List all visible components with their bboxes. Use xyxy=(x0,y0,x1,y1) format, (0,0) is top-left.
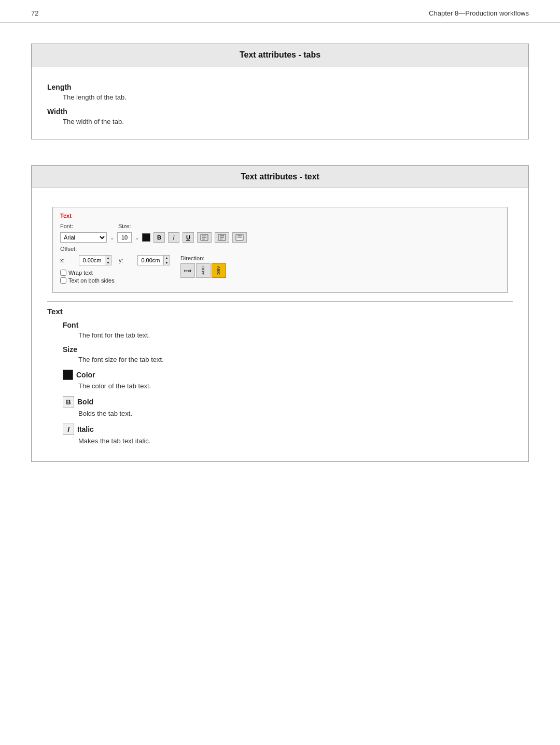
y-spinner[interactable]: ▲ ▼ xyxy=(137,255,170,265)
size-label: Size: xyxy=(118,223,134,229)
y-input[interactable] xyxy=(137,255,163,265)
color-icon xyxy=(63,370,73,380)
font-select[interactable]: Arial xyxy=(60,232,107,243)
y-label: y: xyxy=(119,257,134,263)
checkboxes: Wrap text Text on both sides xyxy=(60,270,170,284)
direction-buttons: text ABC ABC xyxy=(180,263,500,278)
sub-section-color: Color The color of the tab text. xyxy=(63,370,513,390)
sub-section-font: Font The font for the tab text. xyxy=(63,321,513,339)
y-spinner-arrows[interactable]: ▲ ▼ xyxy=(163,255,170,265)
section-tabs-title: Text attributes - tabs xyxy=(240,50,320,59)
bold-icon: B xyxy=(63,396,74,407)
font-label-text: Font xyxy=(63,321,78,329)
prop-width-desc: The width of the tab. xyxy=(63,118,513,125)
offset-xy-row: x: ▲ ▼ y: xyxy=(60,255,170,265)
bold-label-text: Bold xyxy=(77,398,93,406)
text-both-sides-checkbox[interactable] xyxy=(60,277,66,284)
x-spinner-arrows[interactable]: ▲ ▼ xyxy=(105,255,111,265)
ui-panel: Text Font: Size: Arial ⌄ ⌄ B I xyxy=(52,207,508,293)
dir-btn-vertical-right[interactable]: ABC xyxy=(212,263,226,278)
font-sub-title: Font xyxy=(63,321,513,329)
spacing-btn-1[interactable] xyxy=(197,232,212,243)
divider xyxy=(47,301,513,302)
x-spinner[interactable]: ▲ ▼ xyxy=(79,255,111,265)
text-both-sides-label: Text on both sides xyxy=(68,277,115,284)
section-text-body: Text Font: Size: Arial ⌄ ⌄ B I xyxy=(32,188,528,461)
section-tabs-box: Text attributes - tabs Length The length… xyxy=(31,44,529,139)
italic-label-text: Italic xyxy=(77,425,94,433)
color-sub-desc: The color of the tab text. xyxy=(78,382,513,390)
color-swatch[interactable] xyxy=(142,233,150,242)
offset-left-col: x: ▲ ▼ y: xyxy=(60,255,170,285)
y-down-arrow[interactable]: ▼ xyxy=(164,260,170,265)
section-text-header: Text attributes - text xyxy=(32,166,528,188)
page-header: 72 Chapter 8—Production workflows xyxy=(0,0,560,23)
color-label-text: Color xyxy=(76,371,95,379)
size-input[interactable] xyxy=(117,232,132,243)
prop-width-name: Width xyxy=(47,107,513,116)
dir-btn-horizontal[interactable]: text xyxy=(180,263,195,278)
sub-section-size: Size The font size for the tab text. xyxy=(63,345,513,363)
dir-btn-vertical-left[interactable]: ABC xyxy=(196,263,211,278)
direction-label: Direction: xyxy=(180,255,500,261)
font-controls-row: Arial ⌄ ⌄ B I U xyxy=(60,232,500,243)
bold-sub-desc: Bolds the tab text. xyxy=(78,410,513,417)
section-text-box: Text attributes - text Text Font: Size: … xyxy=(31,165,529,462)
text-section-title: Text xyxy=(47,307,513,316)
x-input[interactable] xyxy=(79,255,105,265)
italic-icon: I xyxy=(63,424,74,435)
offset-label-row: Offset: xyxy=(60,246,500,252)
spacing-btn-3[interactable] xyxy=(232,232,247,243)
prop-length-name: Length xyxy=(47,83,513,91)
page-number: 72 xyxy=(31,9,38,17)
x-up-arrow[interactable]: ▲ xyxy=(105,256,111,260)
bold-sub-title: B Bold xyxy=(63,396,513,407)
wrap-text-row: Wrap text xyxy=(60,270,170,276)
prop-length-desc: The length of the tab. xyxy=(63,93,513,101)
text-section: Text Font The font for the tab text. Siz… xyxy=(47,307,513,445)
y-up-arrow[interactable]: ▲ xyxy=(164,256,170,260)
size-sub-title: Size xyxy=(63,345,513,354)
section-tabs-body: Length The length of the tab. Width The … xyxy=(32,66,528,139)
offset-controls: x: ▲ ▼ y: xyxy=(60,255,500,285)
section-text-title: Text attributes - text xyxy=(241,172,319,181)
italic-button[interactable]: I xyxy=(168,232,179,243)
x-label: x: xyxy=(60,257,76,263)
section-tabs-header: Text attributes - tabs xyxy=(32,44,528,66)
sub-section-bold: B Bold Bolds the tab text. xyxy=(63,396,513,417)
x-down-arrow[interactable]: ▼ xyxy=(105,260,111,265)
size-label-text: Size xyxy=(63,345,77,354)
sub-section-italic: I Italic Makes the tab text italic. xyxy=(63,424,513,445)
wrap-text-label: Wrap text xyxy=(68,270,93,276)
panel-group-label: Text xyxy=(60,213,500,219)
italic-sub-desc: Makes the tab text italic. xyxy=(78,437,513,445)
font-sub-desc: The font for the tab text. xyxy=(78,331,513,339)
direction-col: Direction: text ABC ABC xyxy=(180,255,500,285)
text-both-sides-row: Text on both sides xyxy=(60,277,170,284)
spacing-btn-2[interactable] xyxy=(215,232,229,243)
font-label: Font: xyxy=(60,223,76,229)
wrap-text-checkbox[interactable] xyxy=(60,270,66,276)
size-sub-desc: The font size for the tab text. xyxy=(78,356,513,363)
page-content: Text attributes - tabs Length The length… xyxy=(0,23,560,509)
bold-button[interactable]: B xyxy=(153,232,165,243)
underline-button[interactable]: U xyxy=(183,232,194,243)
chapter-title: Chapter 8—Production workflows xyxy=(429,9,529,17)
italic-sub-title: I Italic xyxy=(63,424,513,435)
font-size-row: Font: Size: xyxy=(60,223,500,229)
offset-label: Offset: xyxy=(60,246,77,252)
color-sub-title: Color xyxy=(63,370,513,380)
